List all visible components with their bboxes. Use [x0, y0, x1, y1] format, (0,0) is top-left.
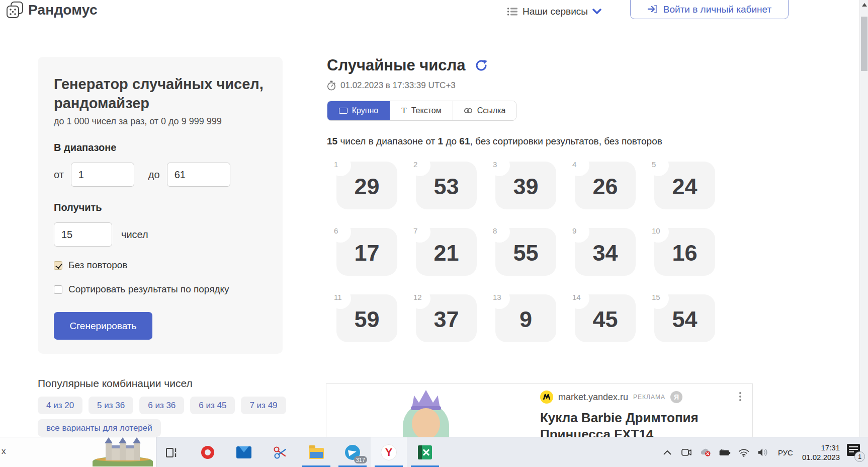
taskbar: x 317: [0, 437, 868, 467]
to-input[interactable]: [167, 163, 230, 187]
count-label: Получить: [54, 202, 267, 213]
file-explorer-button[interactable]: [298, 437, 334, 467]
results-title: Случайные числа: [327, 56, 466, 74]
summary-to: 61: [459, 136, 470, 146]
sort-option[interactable]: Сортировать результаты по порядку: [54, 284, 267, 295]
tile-index: 3: [493, 160, 497, 169]
combination-chip[interactable]: 5 из 36: [89, 397, 133, 414]
mail-button[interactable]: [226, 437, 262, 467]
tile-index: 14: [572, 293, 581, 301]
tile-value: 29: [354, 172, 379, 200]
combination-chip[interactable]: 7 из 49: [241, 397, 286, 414]
refresh-icon[interactable]: [475, 59, 488, 72]
site-logo[interactable]: Рандомус: [6, 1, 98, 19]
tab-text-label: Текстом: [411, 106, 442, 115]
tile-value: 59: [354, 304, 379, 333]
opera-button[interactable]: [190, 437, 226, 467]
notification-badge: 1: [854, 451, 865, 462]
tile-value: 39: [513, 172, 538, 200]
search-highlight-image: [93, 439, 153, 466]
generator-card: Генератор случайных чисел, рандомайзер д…: [38, 57, 283, 354]
number-tile: 4 26: [575, 162, 636, 209]
ad-menu-icon[interactable]: [735, 390, 745, 403]
services-label: Наши сервисы: [523, 6, 588, 17]
excel-icon: [418, 445, 432, 459]
taskbar-search-box[interactable]: x: [0, 437, 156, 467]
snipping-tool-button[interactable]: [262, 437, 298, 467]
scroll-up-icon[interactable]: [862, 3, 867, 7]
tile-value: 54: [672, 304, 697, 333]
summary-count: 15: [327, 136, 337, 146]
popular-chips: 4 из 20 5 из 36 6 из 36 6 из 45 7 из 49: [38, 397, 309, 414]
yandex-ads-icon: Я: [670, 391, 682, 403]
tile-index: 13: [493, 293, 501, 301]
combination-chip[interactable]: 6 из 45: [190, 397, 235, 414]
tray-expand-button[interactable]: [661, 446, 673, 458]
tab-text[interactable]: T Текстом: [390, 101, 453, 120]
login-label: Войти в личный кабинет: [663, 4, 771, 15]
count-input[interactable]: [54, 222, 112, 247]
onedrive-status-button[interactable]: [700, 446, 712, 458]
number-tile: 6 17: [336, 228, 397, 276]
speaker-icon: [757, 447, 769, 457]
telegram-button[interactable]: 317: [334, 437, 371, 467]
number-tile: 13 9: [495, 294, 556, 342]
excel-button[interactable]: [407, 437, 443, 467]
wifi-status-button[interactable]: [738, 446, 750, 458]
tile-value: 45: [592, 304, 618, 333]
generator-title: Генератор случайных чисел, рандомайзер: [54, 74, 267, 113]
tile-index: 15: [652, 293, 660, 301]
scrollbar-thumb[interactable]: [861, 17, 867, 71]
services-menu[interactable]: Наши сервисы: [507, 6, 601, 17]
notification-center-button[interactable]: 1: [847, 444, 864, 461]
tab-link-label: Ссылка: [477, 106, 506, 115]
number-tile: 15 54: [654, 294, 715, 342]
all-lotteries-link[interactable]: все варианты для лотерей: [38, 419, 161, 437]
wifi-icon: [738, 447, 750, 457]
language-indicator[interactable]: РУС: [776, 448, 795, 457]
tab-link[interactable]: Ссылка: [453, 101, 516, 120]
link-icon: [464, 107, 473, 114]
from-label: от: [54, 169, 64, 181]
combination-chip[interactable]: 4 из 20: [38, 397, 82, 414]
tile-index: 9: [572, 226, 576, 235]
results-summary: 15 чисел в диапазоне от 1 до 61, без сор…: [327, 136, 662, 147]
taskbar-clock[interactable]: 17:31 01.02.2023: [802, 443, 840, 462]
text-icon: T: [401, 106, 406, 116]
sort-checkbox[interactable]: [54, 285, 62, 294]
meet-now-button[interactable]: [680, 446, 692, 458]
number-tile: 1 29: [336, 162, 397, 209]
combination-chip[interactable]: 6 из 36: [139, 397, 184, 414]
tab-large[interactable]: Крупно: [327, 101, 390, 120]
chevron-down-icon: [592, 9, 601, 15]
no-repeats-option[interactable]: Без повторов: [54, 260, 267, 271]
volume-button[interactable]: [757, 446, 769, 458]
from-input[interactable]: [71, 163, 134, 187]
tile-index: 12: [413, 293, 422, 301]
battery-status-button[interactable]: [719, 446, 731, 458]
task-view-button[interactable]: [153, 437, 190, 467]
number-tile: 12 37: [416, 294, 477, 342]
task-view-icon: [165, 446, 178, 459]
login-button[interactable]: Войти в личный кабинет: [630, 0, 789, 19]
tile-value: 55: [513, 238, 538, 266]
monitor-icon: [339, 108, 348, 114]
search-text: x: [2, 446, 6, 456]
ad-product-image: [386, 386, 466, 437]
tile-index: 5: [652, 160, 656, 169]
generate-button[interactable]: Сгенерировать: [54, 312, 152, 340]
yandex-market-icon: [540, 391, 553, 404]
view-tabs: Крупно T Текстом Ссылка: [327, 101, 516, 121]
scrollbar[interactable]: [859, 0, 868, 437]
ad-label: РЕКЛАМА: [633, 394, 665, 401]
login-arrow-icon: [647, 4, 658, 14]
yandex-browser-button[interactable]: Y: [371, 437, 407, 467]
taskbar-date: 01.02.2023: [802, 452, 840, 462]
popular-section: Популярные комбинации чисел 4 из 20 5 из…: [38, 377, 309, 437]
ad-domain[interactable]: market.yandex.ru: [558, 392, 628, 403]
no-repeats-checkbox[interactable]: [54, 261, 62, 270]
ad-block[interactable]: market.yandex.ru РЕКЛАМА Я Кукла Barbie …: [326, 383, 753, 437]
ad-title-line1: Кукла Barbie Дримтопия: [540, 410, 741, 426]
taskbar-time: 17:31: [802, 443, 840, 452]
ad-title[interactable]: Кукла Barbie Дримтопия Принцесса FXT14: [540, 410, 741, 437]
